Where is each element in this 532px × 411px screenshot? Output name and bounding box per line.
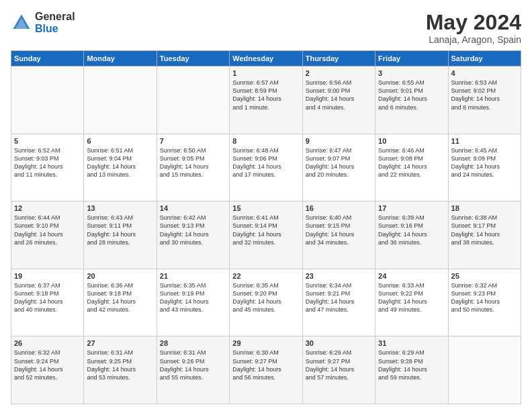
day-content: Sunrise: 6:52 AMSunset: 9:03 PMDaylight:…	[14, 146, 81, 179]
table-row: 20Sunrise: 6:36 AMSunset: 9:18 PMDayligh…	[84, 269, 157, 336]
day-number: 9	[306, 137, 372, 145]
day-content: Sunrise: 6:35 AMSunset: 9:20 PMDaylight:…	[232, 281, 299, 314]
calendar-week-1: 1Sunrise: 6:57 AMSunset: 8:59 PMDaylight…	[11, 66, 521, 134]
day-number: 2	[306, 69, 372, 77]
day-content: Sunrise: 6:29 AMSunset: 9:28 PMDaylight:…	[378, 349, 445, 381]
col-saturday: Saturday	[448, 51, 521, 66]
table-row: 15Sunrise: 6:41 AMSunset: 9:14 PMDayligh…	[230, 201, 302, 269]
calendar-week-2: 5Sunrise: 6:52 AMSunset: 9:03 PMDaylight…	[11, 134, 521, 201]
col-wednesday: Wednesday	[230, 51, 302, 66]
day-content: Sunrise: 6:43 AMSunset: 9:11 PMDaylight:…	[87, 214, 153, 246]
table-row: 18Sunrise: 6:38 AMSunset: 9:17 PMDayligh…	[448, 201, 521, 269]
table-row: 24Sunrise: 6:33 AMSunset: 9:22 PMDayligh…	[375, 269, 448, 336]
table-row: 22Sunrise: 6:35 AMSunset: 9:20 PMDayligh…	[230, 269, 302, 336]
header-row: Sunday Monday Tuesday Wednesday Thursday…	[11, 51, 521, 66]
day-content: Sunrise: 6:56 AMSunset: 9:00 PMDaylight:…	[306, 79, 372, 111]
table-row: 19Sunrise: 6:37 AMSunset: 9:18 PMDayligh…	[11, 269, 84, 336]
day-content: Sunrise: 6:30 AMSunset: 9:27 PMDaylight:…	[232, 349, 299, 381]
day-content: Sunrise: 6:50 AMSunset: 9:05 PMDaylight:…	[160, 146, 226, 179]
table-row: 6Sunrise: 6:51 AMSunset: 9:04 PMDaylight…	[84, 134, 157, 201]
day-content: Sunrise: 6:57 AMSunset: 8:59 PMDaylight:…	[232, 79, 299, 111]
table-row: 7Sunrise: 6:50 AMSunset: 9:05 PMDaylight…	[157, 134, 229, 201]
header: General Blue May 2024 Lanaja, Aragon, Sp…	[11, 11, 521, 45]
calendar-table: Sunday Monday Tuesday Wednesday Thursday…	[11, 50, 521, 404]
day-content: Sunrise: 6:44 AMSunset: 9:10 PMDaylight:…	[14, 214, 81, 246]
logo-general-text: General	[35, 11, 75, 23]
table-row: 27Sunrise: 6:31 AMSunset: 9:25 PMDayligh…	[84, 336, 157, 404]
day-number: 4	[451, 69, 518, 77]
col-friday: Friday	[375, 51, 448, 66]
day-number: 3	[378, 69, 445, 77]
day-number: 8	[232, 137, 299, 145]
day-content: Sunrise: 6:40 AMSunset: 9:15 PMDaylight:…	[306, 214, 372, 246]
day-number: 13	[87, 204, 153, 212]
day-content: Sunrise: 6:36 AMSunset: 9:18 PMDaylight:…	[87, 281, 153, 314]
table-row	[84, 66, 157, 134]
day-number: 11	[451, 137, 518, 145]
day-number: 6	[87, 137, 153, 145]
table-row: 31Sunrise: 6:29 AMSunset: 9:28 PMDayligh…	[375, 336, 448, 404]
table-row: 26Sunrise: 6:32 AMSunset: 9:24 PMDayligh…	[11, 336, 84, 404]
day-number: 14	[160, 204, 226, 212]
table-row: 28Sunrise: 6:31 AMSunset: 9:26 PMDayligh…	[157, 336, 229, 404]
day-content: Sunrise: 6:55 AMSunset: 9:01 PMDaylight:…	[378, 79, 445, 111]
day-content: Sunrise: 6:41 AMSunset: 9:14 PMDaylight:…	[232, 214, 299, 246]
day-content: Sunrise: 6:42 AMSunset: 9:13 PMDaylight:…	[160, 214, 226, 246]
logo: General Blue	[11, 11, 75, 34]
table-row: 2Sunrise: 6:56 AMSunset: 9:00 PMDaylight…	[302, 66, 375, 134]
day-number: 17	[378, 204, 445, 212]
day-number: 24	[378, 272, 445, 280]
calendar-week-3: 12Sunrise: 6:44 AMSunset: 9:10 PMDayligh…	[11, 201, 521, 269]
logo-blue-text: Blue	[35, 23, 75, 35]
table-row: 17Sunrise: 6:39 AMSunset: 9:16 PMDayligh…	[375, 201, 448, 269]
table-row: 10Sunrise: 6:46 AMSunset: 9:08 PMDayligh…	[375, 134, 448, 201]
table-row: 5Sunrise: 6:52 AMSunset: 9:03 PMDaylight…	[11, 134, 84, 201]
day-number: 7	[160, 137, 226, 145]
table-row: 29Sunrise: 6:30 AMSunset: 9:27 PMDayligh…	[230, 336, 302, 404]
day-number: 19	[14, 272, 81, 280]
table-row: 14Sunrise: 6:42 AMSunset: 9:13 PMDayligh…	[157, 201, 229, 269]
table-row: 13Sunrise: 6:43 AMSunset: 9:11 PMDayligh…	[84, 201, 157, 269]
day-content: Sunrise: 6:31 AMSunset: 9:25 PMDaylight:…	[87, 349, 153, 381]
table-row	[448, 336, 521, 404]
calendar-week-5: 26Sunrise: 6:32 AMSunset: 9:24 PMDayligh…	[11, 336, 521, 404]
day-number: 27	[87, 339, 153, 347]
col-thursday: Thursday	[302, 51, 375, 66]
col-tuesday: Tuesday	[157, 51, 229, 66]
day-number: 29	[232, 339, 299, 347]
day-content: Sunrise: 6:45 AMSunset: 9:09 PMDaylight:…	[451, 146, 518, 179]
day-number: 15	[232, 204, 299, 212]
table-row: 9Sunrise: 6:47 AMSunset: 9:07 PMDaylight…	[302, 134, 375, 201]
day-number: 26	[14, 339, 81, 347]
day-number: 16	[306, 204, 372, 212]
title-block: May 2024 Lanaja, Aragon, Spain	[426, 11, 521, 45]
table-row	[157, 66, 229, 134]
day-number: 18	[451, 204, 518, 212]
day-number: 30	[306, 339, 372, 347]
table-row: 3Sunrise: 6:55 AMSunset: 9:01 PMDaylight…	[375, 66, 448, 134]
day-content: Sunrise: 6:38 AMSunset: 9:17 PMDaylight:…	[451, 214, 518, 246]
col-sunday: Sunday	[11, 51, 84, 66]
day-number: 23	[306, 272, 372, 280]
day-number: 28	[160, 339, 226, 347]
table-row: 16Sunrise: 6:40 AMSunset: 9:15 PMDayligh…	[302, 201, 375, 269]
day-number: 22	[232, 272, 299, 280]
location: Lanaja, Aragon, Spain	[426, 34, 521, 45]
day-number: 12	[14, 204, 81, 212]
table-row: 25Sunrise: 6:32 AMSunset: 9:23 PMDayligh…	[448, 269, 521, 336]
calendar-week-4: 19Sunrise: 6:37 AMSunset: 9:18 PMDayligh…	[11, 269, 521, 336]
day-content: Sunrise: 6:34 AMSunset: 9:21 PMDaylight:…	[306, 281, 372, 314]
day-content: Sunrise: 6:35 AMSunset: 9:19 PMDaylight:…	[160, 281, 226, 314]
day-content: Sunrise: 6:32 AMSunset: 9:24 PMDaylight:…	[14, 349, 81, 381]
table-row: 4Sunrise: 6:53 AMSunset: 9:02 PMDaylight…	[448, 66, 521, 134]
table-row: 21Sunrise: 6:35 AMSunset: 9:19 PMDayligh…	[157, 269, 229, 336]
table-row: 1Sunrise: 6:57 AMSunset: 8:59 PMDaylight…	[230, 66, 302, 134]
table-row	[11, 66, 84, 134]
page: General Blue May 2024 Lanaja, Aragon, Sp…	[0, 0, 532, 411]
day-number: 31	[378, 339, 445, 347]
calendar-body: 1Sunrise: 6:57 AMSunset: 8:59 PMDaylight…	[11, 66, 521, 404]
day-content: Sunrise: 6:46 AMSunset: 9:08 PMDaylight:…	[378, 146, 445, 179]
col-monday: Monday	[84, 51, 157, 66]
table-row: 12Sunrise: 6:44 AMSunset: 9:10 PMDayligh…	[11, 201, 84, 269]
day-content: Sunrise: 6:47 AMSunset: 9:07 PMDaylight:…	[306, 146, 372, 179]
